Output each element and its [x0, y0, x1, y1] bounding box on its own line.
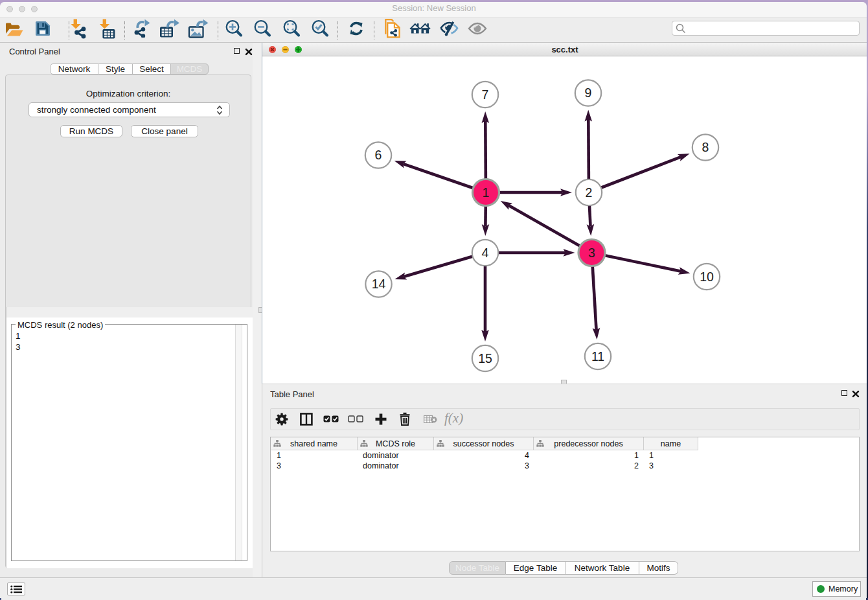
svg-text:3: 3 — [588, 246, 595, 260]
svg-text:8: 8 — [702, 140, 709, 154]
svg-text:6: 6 — [375, 148, 382, 162]
svg-text:2: 2 — [586, 185, 593, 200]
svg-text:1: 1 — [483, 185, 490, 200]
svg-text:10: 10 — [700, 270, 714, 284]
svg-text:9: 9 — [585, 86, 592, 100]
svg-text:4: 4 — [482, 246, 489, 260]
svg-text:15: 15 — [478, 351, 492, 365]
svg-text:11: 11 — [591, 349, 604, 363]
svg-text:7: 7 — [482, 87, 489, 102]
svg-text:14: 14 — [372, 277, 386, 291]
